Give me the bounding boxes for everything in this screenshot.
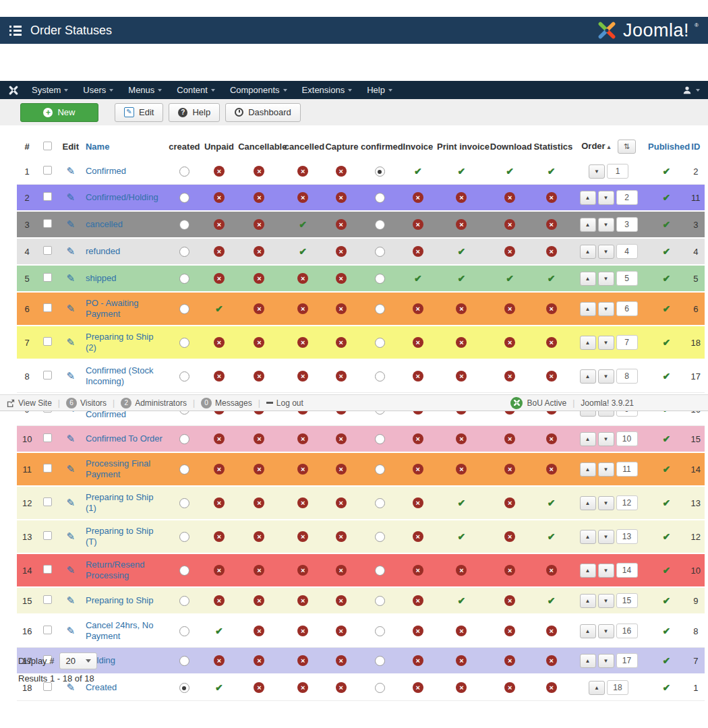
order-up-button[interactable]: ▲ — [580, 654, 596, 668]
published-icon[interactable]: ✔ — [662, 682, 670, 693]
statistics-check-icon[interactable]: ✔ — [548, 273, 556, 284]
col-published-sort[interactable]: Published — [646, 135, 687, 158]
confirmed-radio[interactable] — [375, 304, 385, 314]
download-x-icon[interactable]: × — [504, 531, 515, 542]
confirmed-radio[interactable] — [375, 193, 385, 203]
invoice-x-icon[interactable]: × — [413, 682, 423, 693]
row-checkbox[interactable] — [43, 531, 52, 540]
confirmed-radio[interactable] — [375, 371, 385, 382]
published-icon[interactable]: ✔ — [662, 219, 670, 230]
order-input[interactable] — [616, 190, 638, 205]
order-input[interactable] — [616, 495, 638, 510]
edit-pencil-icon[interactable]: ✎ — [66, 463, 75, 475]
messages-link[interactable]: 0 Messages — [201, 398, 252, 408]
administrators-link[interactable]: 2 Administrators — [121, 398, 187, 408]
menu-item-menus[interactable]: Menus — [121, 81, 169, 99]
order-input[interactable] — [616, 624, 638, 638]
statistics-x-icon[interactable]: × — [546, 626, 557, 636]
published-icon[interactable]: ✔ — [662, 565, 670, 576]
confirmed-radio[interactable] — [375, 220, 385, 230]
order-down-button[interactable]: ▼ — [598, 496, 614, 510]
confirmed-radio[interactable] — [375, 596, 385, 606]
cancellable-x-icon[interactable]: × — [254, 464, 264, 475]
print-invoice-x-icon[interactable]: × — [456, 337, 467, 348]
order-up-button[interactable]: ▲ — [580, 432, 596, 446]
order-up-button[interactable]: ▲ — [580, 336, 596, 350]
unpaid-x-icon[interactable]: × — [214, 655, 225, 666]
created-radio[interactable] — [179, 371, 189, 382]
row-checkbox[interactable] — [43, 626, 52, 634]
download-x-icon[interactable]: × — [504, 655, 515, 666]
cancelled-x-icon[interactable]: × — [297, 192, 308, 203]
capture-x-icon[interactable]: × — [336, 595, 347, 606]
order-up-button[interactable]: ▲ — [580, 218, 596, 232]
unpaid-x-icon[interactable]: × — [214, 166, 225, 177]
published-icon[interactable]: ✔ — [662, 166, 670, 177]
cancelled-x-icon[interactable]: × — [297, 273, 308, 284]
unpaid-x-icon[interactable]: × — [214, 273, 225, 284]
order-status-name-link[interactable]: Preparing to Ship — [86, 595, 153, 606]
capture-x-icon[interactable]: × — [336, 626, 347, 636]
help-button[interactable]: ? Help — [169, 103, 220, 122]
order-input[interactable] — [616, 431, 638, 446]
cancelled-x-icon[interactable]: × — [297, 166, 308, 177]
print-invoice-check-icon[interactable]: ✔ — [458, 595, 466, 606]
confirmed-radio[interactable] — [375, 274, 385, 284]
print-invoice-x-icon[interactable]: × — [456, 626, 467, 636]
row-checkbox[interactable] — [43, 371, 52, 380]
published-icon[interactable]: ✔ — [662, 371, 670, 382]
order-status-name-link[interactable]: Cancel 24hrs, No Payment — [86, 620, 165, 642]
invoice-x-icon[interactable]: × — [413, 219, 423, 230]
unpaid-x-icon[interactable]: × — [214, 565, 225, 576]
edit-pencil-icon[interactable]: ✎ — [66, 303, 75, 314]
download-x-icon[interactable]: × — [504, 595, 515, 606]
order-input[interactable] — [616, 593, 638, 608]
download-x-icon[interactable]: × — [504, 497, 515, 508]
order-input[interactable] — [616, 653, 638, 668]
statistics-check-icon[interactable]: ✔ — [548, 595, 556, 606]
unpaid-x-icon[interactable]: × — [214, 219, 225, 230]
cancellable-x-icon[interactable]: × — [254, 531, 264, 542]
view-site-link[interactable]: View Site — [7, 398, 52, 408]
order-status-name-link[interactable]: refunded — [86, 246, 120, 257]
order-input[interactable] — [616, 462, 638, 477]
created-radio[interactable] — [179, 566, 189, 576]
edit-pencil-icon[interactable]: ✎ — [66, 497, 75, 508]
statistics-x-icon[interactable]: × — [546, 219, 557, 230]
published-icon[interactable]: ✔ — [662, 192, 670, 203]
print-invoice-x-icon[interactable]: × — [456, 682, 467, 693]
capture-x-icon[interactable]: × — [336, 246, 347, 257]
row-checkbox[interactable] — [43, 565, 52, 574]
statistics-x-icon[interactable]: × — [546, 464, 557, 475]
cancellable-x-icon[interactable]: × — [254, 626, 264, 636]
order-status-name-link[interactable]: Processing Final Payment — [86, 458, 165, 480]
order-down-button[interactable]: ▼ — [598, 302, 614, 316]
created-radio[interactable] — [179, 304, 189, 314]
order-down-button[interactable]: ▼ — [598, 336, 614, 350]
invoice-x-icon[interactable]: × — [413, 192, 423, 203]
capture-x-icon[interactable]: × — [336, 273, 347, 284]
created-radio[interactable] — [179, 498, 189, 508]
capture-x-icon[interactable]: × — [336, 565, 347, 576]
edit-pencil-icon[interactable]: ✎ — [66, 433, 75, 444]
order-up-button[interactable]: ▲ — [580, 245, 596, 259]
cancellable-x-icon[interactable]: × — [254, 655, 264, 666]
menu-item-users[interactable]: Users — [76, 81, 121, 99]
download-x-icon[interactable]: × — [504, 371, 515, 382]
unpaid-check-icon[interactable]: ✔ — [215, 626, 223, 636]
cancelled-check-icon[interactable]: ✔ — [299, 246, 307, 257]
cancellable-x-icon[interactable]: × — [254, 371, 264, 382]
print-invoice-check-icon[interactable]: ✔ — [458, 246, 466, 257]
print-invoice-check-icon[interactable]: ✔ — [458, 497, 466, 508]
order-status-name-link[interactable]: Created — [86, 682, 117, 693]
cancellable-x-icon[interactable]: × — [254, 219, 264, 230]
created-radio[interactable] — [179, 626, 189, 636]
edit-pencil-icon[interactable]: ✎ — [66, 218, 75, 230]
order-up-button[interactable]: ▲ — [580, 594, 596, 608]
row-checkbox[interactable] — [43, 595, 52, 604]
capture-x-icon[interactable]: × — [336, 655, 347, 666]
statistics-x-icon[interactable]: × — [546, 682, 557, 693]
invoice-x-icon[interactable]: × — [413, 337, 423, 348]
created-radio[interactable] — [179, 596, 189, 606]
invoice-x-icon[interactable]: × — [413, 497, 423, 508]
